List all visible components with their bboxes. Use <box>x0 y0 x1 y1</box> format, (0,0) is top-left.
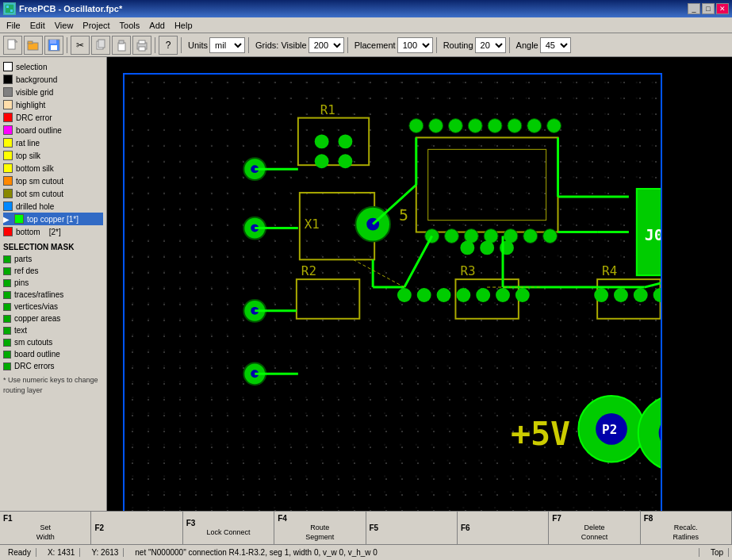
routing-select[interactable]: 20 10 <box>475 37 506 53</box>
svg-text:+5V: +5V <box>511 414 570 453</box>
title-bar: FreePCB - Oscillator.fpc* _ □ ✕ <box>0 0 732 17</box>
f1-button[interactable]: F1 SetWidth <box>0 512 91 544</box>
pcb-board[interactable]: R1 X1 R2 R3 R4 J0 <box>123 73 662 511</box>
f4-button[interactable]: F4 RouteSegment <box>274 512 366 544</box>
fkey-bar: F1 SetWidth F2 F3 Lock Connect F4 RouteS… <box>0 511 732 544</box>
layer-bottom[interactable]: bottom [2*] <box>3 225 103 238</box>
layer-selection[interactable]: selection <box>3 60 103 73</box>
f2-button[interactable]: F2 <box>91 512 182 544</box>
layer-drilled-hole[interactable]: drilled hole <box>3 200 103 213</box>
menu-file[interactable]: File <box>2 19 25 32</box>
layer-top-copper[interactable]: ▶ top copper [1*] <box>3 213 103 225</box>
svg-point-78 <box>496 288 510 302</box>
svg-rect-2 <box>10 10 13 12</box>
help-button[interactable]: ? <box>159 36 178 55</box>
svg-point-79 <box>515 288 530 302</box>
save-button[interactable] <box>44 36 63 55</box>
menu-project[interactable]: Project <box>78 19 114 32</box>
layer-background[interactable]: background <box>3 73 103 86</box>
svg-point-82 <box>634 288 648 302</box>
svg-rect-8 <box>50 40 56 44</box>
f7-button[interactable]: F7 DeleteConnect <box>549 512 640 544</box>
svg-point-50 <box>445 229 459 244</box>
svg-text:R2: R2 <box>301 263 316 278</box>
mask-copper-areas[interactable]: copper areas <box>3 313 103 324</box>
mask-ref-des[interactable]: ref des <box>3 265 103 277</box>
angle-select[interactable]: 45 90 <box>540 37 571 53</box>
separator4 <box>248 37 249 53</box>
routing-note: * Use numeric keys to change routing lay… <box>3 375 103 396</box>
window-controls[interactable]: _ □ ✕ <box>688 3 729 14</box>
svg-rect-0 <box>5 4 14 13</box>
menu-edit[interactable]: Edit <box>25 19 50 32</box>
svg-rect-11 <box>98 40 105 48</box>
svg-point-66 <box>315 154 329 168</box>
close-button[interactable]: ✕ <box>716 3 729 14</box>
svg-point-64 <box>315 134 329 148</box>
status-bar: Ready X: 1431 Y: 2613 net "N000000" conn… <box>0 544 732 560</box>
status-net: net "N000000" connection R4.1-R3.2, seg … <box>130 548 699 557</box>
layer-top-silk[interactable]: top silk <box>3 149 103 162</box>
svg-point-43 <box>448 119 462 133</box>
layer-top-sm-cutout[interactable]: top sm cutout <box>3 175 103 187</box>
menu-tools[interactable]: Tools <box>115 19 145 32</box>
menu-view[interactable]: View <box>50 19 79 32</box>
maximize-button[interactable]: □ <box>702 3 715 14</box>
svg-text:R4: R4 <box>602 263 617 278</box>
copy-button[interactable] <box>91 36 110 55</box>
svg-text:J0: J0 <box>645 226 661 244</box>
f3-button[interactable]: F3 Lock Connect <box>183 512 274 544</box>
layer-visible-grid[interactable]: visible grid <box>3 86 103 98</box>
svg-point-77 <box>476 288 490 302</box>
svg-point-67 <box>338 154 352 168</box>
layer-drc-error[interactable]: DRC error <box>3 111 103 124</box>
selection-mask-title: SELECTION MASK <box>3 243 103 251</box>
status-layer: Top <box>706 548 729 557</box>
layer-highlight[interactable]: highlight <box>3 98 103 111</box>
mask-text[interactable]: text <box>3 324 103 336</box>
grids-select[interactable]: 200 100 50 <box>309 37 344 53</box>
mask-vertices[interactable]: vertices/vias <box>3 301 103 313</box>
status-y: Y: 2613 <box>86 548 124 557</box>
svg-point-44 <box>468 119 482 133</box>
svg-point-80 <box>594 288 608 302</box>
angle-label: Angle <box>516 40 538 50</box>
mask-sm-cutouts[interactable]: sm cutouts <box>3 336 103 348</box>
canvas-area[interactable]: R1 X1 R2 R3 R4 J0 <box>107 57 732 511</box>
status-x: X: 1431 <box>43 548 80 557</box>
svg-text:X1: X1 <box>305 217 320 232</box>
f8-button[interactable]: F8 Recalc.Ratlines <box>641 512 732 544</box>
f5-button[interactable]: F5 <box>366 512 458 544</box>
cut-button[interactable]: ✂ <box>71 36 90 55</box>
svg-rect-15 <box>139 40 145 44</box>
svg-rect-13 <box>119 40 124 44</box>
layer-board-outline[interactable]: board outline <box>3 124 103 136</box>
mask-board-outline[interactable]: board outline <box>3 348 103 360</box>
left-panel: selection background visible grid highli… <box>0 57 107 511</box>
separator <box>67 37 67 53</box>
mask-drc-errors[interactable]: DRC errors <box>3 360 103 372</box>
open-button[interactable] <box>24 36 43 55</box>
layer-bottom-silk[interactable]: bottom silk <box>3 162 103 175</box>
svg-point-72 <box>437 288 451 302</box>
f6-button[interactable]: F6 <box>458 512 549 544</box>
layer-rat-line[interactable]: rat line <box>3 136 103 149</box>
svg-rect-3 <box>8 40 15 49</box>
svg-marker-4 <box>15 40 17 42</box>
svg-point-81 <box>614 288 628 302</box>
minimize-button[interactable]: _ <box>688 3 700 14</box>
mask-traces[interactable]: traces/ratlines <box>3 289 103 301</box>
print-button[interactable] <box>132 36 151 55</box>
menu-add[interactable]: Add <box>144 19 170 32</box>
menu-help[interactable]: Help <box>170 19 197 32</box>
paste-button[interactable] <box>112 36 131 55</box>
mask-pins[interactable]: pins <box>3 277 103 289</box>
units-select[interactable]: mil mm <box>209 37 245 53</box>
svg-rect-6 <box>28 41 33 44</box>
svg-point-73 <box>460 240 474 255</box>
new-button[interactable] <box>3 36 22 55</box>
layer-bot-sm-cutout[interactable]: bot sm cutout <box>3 187 103 200</box>
placement-select[interactable]: 100 50 <box>397 37 433 53</box>
mask-parts[interactable]: parts <box>3 253 103 265</box>
svg-rect-9 <box>51 45 57 50</box>
